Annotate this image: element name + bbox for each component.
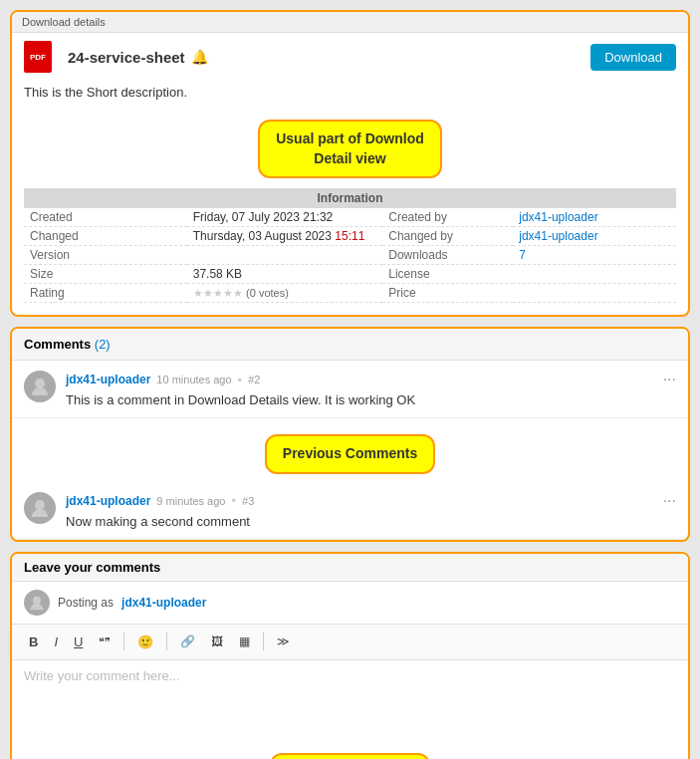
stars: ★★★★★ xyxy=(193,287,243,299)
posting-as-row: Posting as jdx41-uploader xyxy=(12,582,688,624)
file-bell-icon: 🔔 xyxy=(191,49,208,65)
cell-version-value xyxy=(187,246,383,265)
changed-time-red: 15:11 xyxy=(335,229,364,243)
cell-createdby-value: jdx41-uploader xyxy=(513,208,676,227)
table-row: Version Downloads 7 xyxy=(24,246,676,265)
file-icon: PDF xyxy=(24,41,52,73)
cell-createdby-label: Created by xyxy=(382,208,513,227)
leave-comments-panel: Leave your comments Posting as jdx41-upl… xyxy=(10,552,690,759)
cell-price-label: Price xyxy=(382,284,513,303)
cell-created-value: Friday, 07 July 2023 21:32 xyxy=(187,208,383,227)
posting-avatar xyxy=(24,590,50,616)
posting-as-label: Posting as xyxy=(58,596,114,610)
comment-body-2: jdx41-uploader 9 minutes ago • #3 ··· No… xyxy=(66,492,676,529)
cell-changedby-label: Changed by xyxy=(382,227,513,246)
comments-count: (2) xyxy=(95,337,111,352)
comment-item-1: jdx41-uploader 10 minutes ago • #2 ··· T… xyxy=(12,361,688,418)
cell-changed-label: Changed xyxy=(24,227,187,246)
table-button[interactable]: ▦ xyxy=(232,631,257,652)
cell-price-value xyxy=(513,284,676,303)
link-button[interactable]: 🔗 xyxy=(173,631,202,652)
more-button[interactable]: ≫ xyxy=(270,631,297,652)
add-comment-callout-wrapper: Add new comment xyxy=(12,743,688,759)
comment-options-1[interactable]: ··· xyxy=(663,371,676,388)
svg-point-0 xyxy=(35,379,45,388)
comment-text-2: Now making a second comment xyxy=(66,514,676,529)
posting-as-user[interactable]: jdx41-uploader xyxy=(121,596,206,610)
comment-options-2[interactable]: ··· xyxy=(663,492,676,510)
file-name: 24-service-sheet 🔔 xyxy=(68,49,208,66)
cell-license-label: License xyxy=(382,265,513,284)
info-table-heading: Information xyxy=(24,188,676,208)
svg-point-2 xyxy=(33,596,41,604)
table-row: Rating ★★★★★ (0 votes) Price xyxy=(24,284,676,303)
cell-changedby-value: jdx41-uploader xyxy=(513,227,676,246)
comment-body-1: jdx41-uploader 10 minutes ago • #2 ··· T… xyxy=(66,371,676,407)
panel-header-text: Download details xyxy=(22,16,106,28)
cell-size-label: Size xyxy=(24,265,187,284)
cell-version-label: Version xyxy=(24,246,187,265)
avatar-1 xyxy=(24,371,56,402)
download-top-row: PDF 24-service-sheet 🔔 Download xyxy=(12,33,688,81)
toolbar-separator-3 xyxy=(263,632,264,650)
comment-num-2: #3 xyxy=(242,495,254,507)
comment-author-2: jdx41-uploader xyxy=(66,494,150,508)
cell-downloads-label: Downloads xyxy=(382,246,513,265)
comments-heading: Comments (2) xyxy=(12,329,688,361)
italic-button[interactable]: I xyxy=(47,631,65,653)
emoji-button[interactable]: 🙂 xyxy=(130,631,160,653)
comment-meta-2: jdx41-uploader 9 minutes ago • #3 ··· xyxy=(66,492,676,510)
short-description: This is the Short description. xyxy=(12,81,688,110)
add-comment-callout: Add new comment xyxy=(270,753,429,759)
bold-button[interactable]: B xyxy=(22,631,45,653)
comment-num-1: #2 xyxy=(248,374,260,385)
toolbar-separator-2 xyxy=(166,632,167,650)
callout-wrapper: Usual part of Downlod Detail view xyxy=(12,110,688,188)
quote-button[interactable]: ❝❞ xyxy=(92,632,117,652)
cell-license-value xyxy=(513,265,676,284)
table-row: Size 37.58 KB License xyxy=(24,265,676,284)
file-title-group: PDF 24-service-sheet 🔔 xyxy=(24,41,208,73)
leave-comments-header: Leave your comments xyxy=(12,554,688,582)
cell-rating-value: ★★★★★ (0 votes) xyxy=(187,284,383,303)
svg-point-1 xyxy=(35,500,45,510)
comment-author-1: jdx41-uploader xyxy=(66,373,150,386)
comment-meta-1: jdx41-uploader 10 minutes ago • #2 ··· xyxy=(66,371,676,388)
info-table: Information Created Friday, 07 July 2023… xyxy=(24,188,676,303)
table-row: Created Friday, 07 July 2023 21:32 Creat… xyxy=(24,208,676,227)
info-table-wrapper: Information Created Friday, 07 July 2023… xyxy=(12,188,688,315)
download-button[interactable]: Download xyxy=(590,44,676,71)
comment-item-2: jdx41-uploader 9 minutes ago • #3 ··· No… xyxy=(12,482,688,540)
cell-downloads-value: 7 xyxy=(513,246,676,265)
cell-created-label: Created xyxy=(24,208,187,227)
previous-comments-callout: Previous Comments xyxy=(265,434,435,474)
vote-count: (0 votes) xyxy=(246,287,289,299)
comment-text-1: This is a comment in Download Details vi… xyxy=(66,392,676,407)
comments-panel: Comments (2) jdx41-uploader 10 minutes a… xyxy=(10,327,690,542)
usual-part-callout: Usual part of Downlod Detail view xyxy=(258,120,442,178)
toolbar-row: B I U ❝❞ 🙂 🔗 🖼 ▦ ≫ xyxy=(12,624,688,660)
avatar-2 xyxy=(24,492,56,524)
comment-time-2: 9 minutes ago xyxy=(156,495,225,507)
comment-textarea[interactable] xyxy=(12,660,688,740)
cell-size-value: 37.58 KB xyxy=(187,265,383,284)
panel-header: Download details xyxy=(12,12,688,33)
cell-changed-value: Thursday, 03 August 2023 15:11 xyxy=(187,227,383,246)
toolbar-separator-1 xyxy=(123,632,124,650)
comment-time-1: 10 minutes ago xyxy=(156,374,231,385)
previous-comments-callout-wrapper: Previous Comments xyxy=(12,418,688,482)
image-button[interactable]: 🖼 xyxy=(204,631,230,652)
underline-button[interactable]: U xyxy=(67,631,90,653)
download-details-panel: Download details PDF 24-service-sheet 🔔 … xyxy=(10,10,690,317)
cell-rating-label: Rating xyxy=(24,284,187,303)
table-row: Changed Thursday, 03 August 2023 15:11 C… xyxy=(24,227,676,246)
